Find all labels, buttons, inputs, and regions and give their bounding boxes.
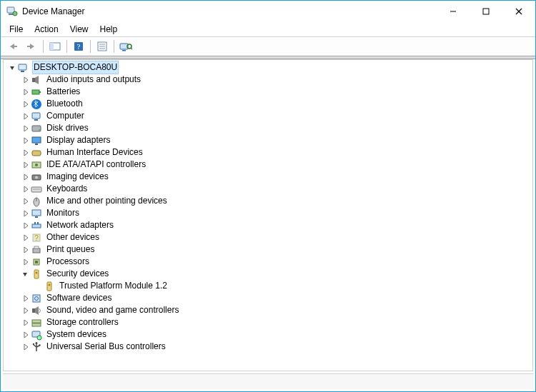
chevron-down-icon[interactable]: [8, 63, 18, 73]
chevron-right-icon[interactable]: [21, 342, 31, 352]
battery-icon: [31, 86, 42, 98]
svg-rect-28: [34, 119, 38, 121]
tree-device-node[interactable]: Trusted Platform Module 1.2: [4, 280, 532, 292]
svg-rect-25: [39, 91, 41, 93]
tree-category-node[interactable]: Monitors: [4, 207, 532, 219]
tree-category-node[interactable]: Processors: [4, 256, 532, 268]
svg-rect-44: [32, 224, 41, 228]
tree-node-label: IDE ATA/ATAPI controllers: [45, 159, 147, 171]
chevron-right-icon[interactable]: [21, 245, 31, 255]
tree-category-node[interactable]: Security devices: [4, 268, 532, 280]
svg-point-56: [49, 283, 51, 286]
chevron-right-icon[interactable]: [21, 306, 31, 316]
svg-rect-33: [32, 151, 41, 156]
toolbar-separator: [114, 40, 114, 53]
tree-category-node[interactable]: Bluetooth: [4, 98, 532, 110]
tree-node-label: Computer: [45, 110, 86, 122]
chevron-down-icon[interactable]: [21, 269, 31, 279]
chevron-right-icon[interactable]: [21, 172, 31, 182]
tree-category-node[interactable]: Display adapters: [4, 134, 532, 146]
chevron-right-icon[interactable]: [21, 208, 31, 218]
chevron-right-icon[interactable]: [21, 124, 31, 134]
tree-category-node[interactable]: Software devices: [4, 292, 532, 304]
chevron-right-icon[interactable]: [21, 111, 31, 121]
tree-category-node[interactable]: Imaging devices: [4, 171, 532, 183]
chevron-right-icon[interactable]: [21, 87, 31, 97]
tree-category-node[interactable]: IDE ATA/ATAPI controllers: [4, 159, 532, 171]
menu-file[interactable]: File: [4, 24, 29, 35]
menu-view[interactable]: View: [64, 24, 94, 35]
menu-help[interactable]: Help: [94, 24, 124, 35]
toolbar: ?: [1, 36, 535, 56]
svg-rect-22: [21, 71, 24, 72]
ide-icon: [31, 159, 42, 171]
tree-category-node[interactable]: Network adapters: [4, 219, 532, 231]
tree-category-node[interactable]: System devices: [4, 328, 532, 341]
maximize-button[interactable]: [470, 1, 502, 22]
chevron-right-icon[interactable]: [21, 293, 31, 303]
tree-node-label: Other devices: [45, 231, 101, 243]
chevron-right-icon[interactable]: [21, 99, 31, 109]
toolbar-console-tree-button[interactable]: [46, 39, 64, 54]
svg-rect-45: [34, 222, 36, 224]
tree-category-node[interactable]: Computer: [4, 110, 532, 122]
svg-point-63: [37, 336, 41, 340]
device-manager-window: Device Manager File Action View Help: [0, 0, 536, 392]
chevron-right-icon[interactable]: [21, 221, 31, 231]
tree-category-node[interactable]: Storage controllers: [4, 316, 532, 328]
app-icon: [6, 6, 18, 17]
chevron-right-icon[interactable]: [21, 318, 31, 328]
mouse-icon: [31, 196, 42, 207]
statusbar: [3, 373, 533, 389]
device-tree-pane[interactable]: DESKTOP-BOCA80UAudio inputs and outputsB…: [3, 59, 533, 371]
chevron-right-icon[interactable]: [21, 233, 31, 243]
svg-point-2: [13, 11, 17, 16]
toolbar-forward-button[interactable]: [23, 39, 40, 54]
tree-root-node[interactable]: DESKTOP-BOCA80U: [4, 61, 532, 74]
svg-text:?: ?: [77, 42, 81, 51]
tree-category-node[interactable]: Audio inputs and outputs: [4, 74, 532, 86]
svg-rect-49: [33, 248, 40, 253]
toolbar-separator: [90, 40, 91, 53]
tree-node-label: Human Interface Devices: [45, 146, 144, 159]
panel-icon: [49, 41, 61, 51]
chevron-right-icon[interactable]: [21, 257, 31, 267]
security-icon: [31, 268, 42, 280]
close-button[interactable]: [502, 1, 535, 22]
tree-category-node[interactable]: Keyboards: [4, 183, 532, 195]
tree-category-node[interactable]: Print queues: [4, 243, 532, 256]
chevron-right-icon[interactable]: [21, 136, 31, 146]
chevron-right-icon[interactable]: [21, 184, 31, 194]
svg-rect-4: [483, 9, 489, 14]
tree-category-node[interactable]: Sound, video and game controllers: [4, 304, 532, 316]
svg-point-65: [36, 342, 38, 344]
help-icon: ?: [73, 41, 84, 52]
other-icon: ?: [31, 232, 42, 243]
toolbar-scan-button[interactable]: [117, 39, 134, 54]
menu-action[interactable]: Action: [29, 24, 64, 35]
arrow-left-icon: [7, 41, 19, 51]
minimize-button[interactable]: [437, 1, 470, 22]
tree-node-label: Software devices: [45, 292, 113, 304]
chevron-right-icon[interactable]: [21, 160, 31, 170]
tree-category-node[interactable]: Human Interface Devices: [4, 146, 532, 159]
toolbar-help-button[interactable]: ?: [70, 39, 87, 54]
chevron-right-icon[interactable]: [21, 330, 31, 340]
svg-rect-10: [50, 43, 54, 50]
svg-point-54: [36, 271, 38, 273]
svg-rect-55: [47, 282, 51, 291]
toolbar-properties-button[interactable]: [94, 39, 111, 54]
chevron-right-icon[interactable]: [21, 196, 31, 206]
properties-icon: [96, 41, 108, 51]
chevron-right-icon[interactable]: [21, 148, 31, 158]
tree-category-node[interactable]: Universal Serial Bus controllers: [4, 341, 532, 353]
tree-category-node[interactable]: Disk drives: [4, 122, 532, 134]
svg-point-35: [35, 164, 38, 166]
chevron-right-icon[interactable]: [21, 75, 31, 85]
tree-category-node[interactable]: Mice and other pointing devices: [4, 195, 532, 207]
tree-category-node[interactable]: Batteries: [4, 86, 532, 98]
titlebar: Device Manager: [1, 1, 535, 22]
tree-category-node[interactable]: ?Other devices: [4, 231, 532, 243]
chevron-right-icon: [34, 281, 44, 291]
toolbar-back-button[interactable]: [4, 39, 21, 54]
